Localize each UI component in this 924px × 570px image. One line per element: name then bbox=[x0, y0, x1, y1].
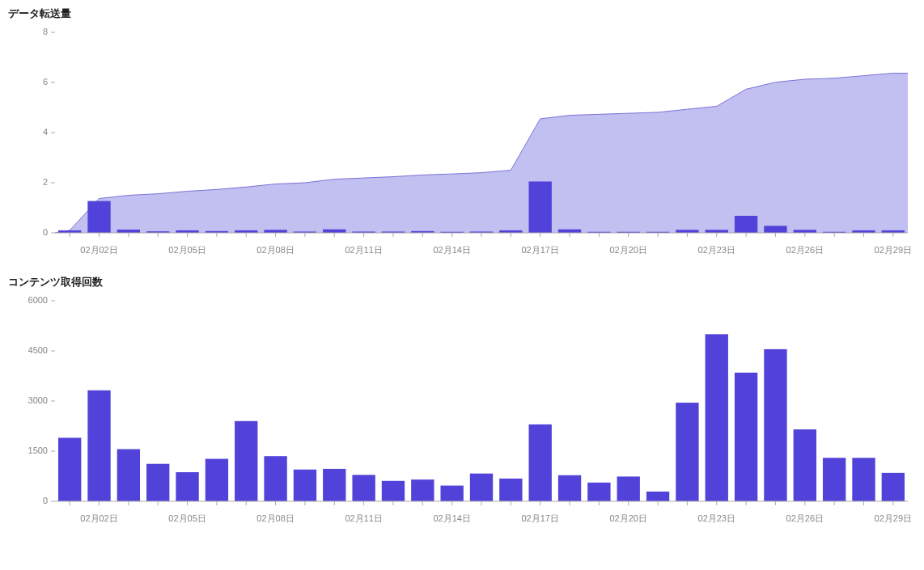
bar-count bbox=[706, 334, 728, 501]
x-tick-label: 02月17日 bbox=[521, 245, 558, 255]
bar-count bbox=[440, 486, 463, 501]
bar-daily bbox=[87, 201, 110, 233]
y-axis: 02468 bbox=[43, 27, 55, 237]
y-tick-label: 4500 bbox=[28, 345, 48, 355]
x-tick-label: 02月08日 bbox=[256, 245, 294, 255]
chart-frame: 0246802月02日02月05日02月08日02月11日02月14日02月17… bbox=[8, 26, 914, 255]
bar-count bbox=[823, 458, 846, 501]
bar-count bbox=[646, 492, 669, 501]
bar-daily bbox=[117, 230, 140, 233]
bar-count bbox=[558, 475, 581, 501]
bar-daily bbox=[794, 230, 816, 233]
bar-daily bbox=[764, 226, 786, 233]
bar-daily bbox=[529, 181, 552, 233]
bar-count bbox=[176, 472, 198, 501]
bar-count bbox=[764, 349, 786, 501]
x-tick-label: 02月05日 bbox=[168, 245, 206, 255]
bar-count bbox=[499, 479, 522, 501]
bar-count bbox=[411, 479, 434, 501]
bar-count bbox=[294, 470, 316, 501]
x-axis: 02月02日02月05日02月08日02月11日02月14日02月17日02月2… bbox=[55, 233, 912, 255]
x-tick-label: 02月23日 bbox=[698, 245, 735, 255]
bar-count bbox=[206, 459, 228, 501]
bar-count bbox=[352, 475, 375, 501]
bar-count bbox=[58, 437, 81, 501]
x-tick-label: 02月14日 bbox=[433, 245, 470, 255]
x-tick-label: 02月11日 bbox=[345, 513, 382, 523]
y-axis: 01500300045006000 bbox=[28, 295, 55, 505]
bar-count bbox=[382, 481, 405, 501]
x-tick-label: 02月17日 bbox=[521, 513, 558, 523]
bar-count bbox=[676, 403, 698, 501]
y-tick-label: 1500 bbox=[28, 445, 48, 455]
bar-count bbox=[882, 473, 905, 501]
x-tick-label: 02月11日 bbox=[345, 245, 382, 255]
bar-count bbox=[735, 373, 757, 501]
y-tick-label: 3000 bbox=[28, 395, 48, 405]
x-tick-label: 02月02日 bbox=[80, 513, 117, 523]
bar-count bbox=[146, 464, 169, 501]
area-cumulative bbox=[55, 74, 908, 233]
y-tick-label: 2 bbox=[43, 177, 48, 187]
chart-svg-requests: 0150030004500600002月02日02月05日02月08日02月11… bbox=[8, 294, 914, 524]
y-tick-label: 8 bbox=[43, 27, 48, 36]
bar-count bbox=[617, 476, 640, 501]
bar-count bbox=[235, 421, 257, 501]
bar-daily bbox=[264, 230, 286, 233]
bar-count bbox=[529, 424, 552, 501]
y-tick-label: 0 bbox=[43, 227, 48, 237]
x-tick-label: 02月26日 bbox=[786, 245, 824, 255]
chart-block-requests: コンテンツ取得回数0150030004500600002月02日02月05日02… bbox=[6, 275, 918, 524]
y-tick-label: 6 bbox=[43, 77, 48, 87]
x-tick-label: 02月26日 bbox=[786, 513, 824, 523]
y-tick-label: 6000 bbox=[28, 295, 48, 305]
bar-daily bbox=[735, 216, 757, 233]
bar-daily bbox=[706, 230, 728, 233]
charts-root: データ転送量0246802月02日02月05日02月08日02月11日02月14… bbox=[6, 6, 918, 524]
bar-count bbox=[117, 450, 140, 501]
x-axis: 02月02日02月05日02月08日02月11日02月14日02月17日02月2… bbox=[55, 501, 912, 523]
chart-frame: 0150030004500600002月02日02月05日02月08日02月11… bbox=[8, 294, 914, 524]
chart-title: コンテンツ取得回数 bbox=[8, 275, 918, 289]
x-tick-label: 02月29日 bbox=[875, 245, 912, 255]
bar-count bbox=[470, 474, 493, 501]
bar-count bbox=[852, 458, 875, 501]
chart-block-transfer: データ転送量0246802月02日02月05日02月08日02月11日02月14… bbox=[6, 6, 918, 255]
x-tick-label: 02月05日 bbox=[168, 513, 206, 523]
x-tick-label: 02月23日 bbox=[698, 513, 735, 523]
bar-count bbox=[87, 391, 110, 501]
x-tick-label: 02月20日 bbox=[609, 513, 646, 523]
chart-svg-transfer: 0246802月02日02月05日02月08日02月11日02月14日02月17… bbox=[8, 26, 914, 255]
x-tick-label: 02月08日 bbox=[256, 513, 294, 523]
y-tick-label: 4 bbox=[43, 127, 48, 137]
chart-title: データ転送量 bbox=[8, 6, 918, 21]
bar-daily bbox=[323, 230, 345, 233]
x-tick-label: 02月02日 bbox=[80, 245, 117, 255]
x-tick-label: 02月29日 bbox=[875, 513, 912, 523]
bar-count bbox=[264, 456, 286, 501]
x-tick-label: 02月20日 bbox=[609, 245, 646, 255]
bar-daily bbox=[558, 230, 581, 233]
x-tick-label: 02月14日 bbox=[433, 513, 470, 523]
bar-count bbox=[323, 469, 345, 501]
bar-count bbox=[794, 429, 816, 501]
bar-count bbox=[587, 483, 610, 501]
bar-daily bbox=[676, 230, 698, 233]
y-tick-label: 0 bbox=[43, 496, 48, 505]
